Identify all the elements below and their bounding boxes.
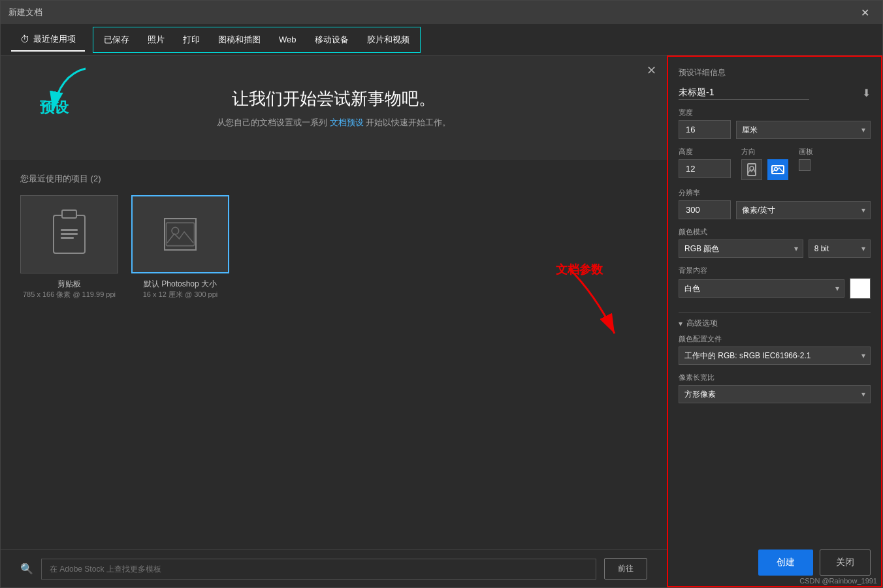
clipboard-lines-icon xyxy=(59,228,79,241)
color-mode-label: 颜色模式 xyxy=(679,227,871,237)
bottom-buttons: 创建 关闭 xyxy=(679,539,871,576)
nav-recent[interactable]: ⏱ 最近使用项 xyxy=(11,28,85,52)
color-profile-label: 颜色配置文件 xyxy=(679,334,871,344)
height-orientation-group: 高度 方向 xyxy=(679,147,871,180)
canvas-label: 画板 xyxy=(799,147,813,157)
section-divider xyxy=(679,312,871,313)
nav-mobile[interactable]: 移动设备 xyxy=(306,29,358,51)
resolution-unit-select[interactable]: 像素/英寸 像素/厘米 xyxy=(736,201,871,219)
width-row: 厘米 像素 毫米 英寸 xyxy=(679,120,871,139)
dialog-title: 新建文档 xyxy=(8,7,42,18)
search-button[interactable]: 前往 xyxy=(604,558,647,580)
nav-print[interactable]: 打印 xyxy=(174,29,209,51)
hero-subtitle: 从您自己的文档设置或一系列 文档预设 开始以快速开始工作。 xyxy=(217,117,451,129)
svg-rect-3 xyxy=(61,237,74,239)
pixel-aspect-label: 像素长宽比 xyxy=(679,373,871,382)
main-content: 预设 让我们开始尝试新事物吧。 从您自己的文档设置或一系列 文档预设 开始以快速… xyxy=(1,55,882,587)
recent-items-list: 剪贴板 785 x 166 像素 @ 119.99 ppi xyxy=(20,195,647,300)
nav-photos[interactable]: 照片 xyxy=(138,29,174,51)
color-mode-row: RGB 颜色 CMYK 颜色 灰度 位图 Lab 颜色 8 bit 16 bit… xyxy=(679,240,871,258)
hero-preset-link[interactable]: 文档预设 xyxy=(330,117,364,127)
background-wrapper: 白色 黑色 背景色 透明 xyxy=(679,279,844,298)
background-select[interactable]: 白色 黑色 背景色 透明 xyxy=(679,279,844,298)
landscape-button[interactable] xyxy=(767,159,788,180)
hero-title: 让我们开始尝试新事物吧。 xyxy=(217,87,451,110)
pixel-aspect-group: 像素长宽比 方形像素 xyxy=(679,373,871,403)
search-icon: 🔍 xyxy=(20,563,33,575)
height-subgroup: 高度 xyxy=(679,147,731,178)
canvas-subgroup: 画板 xyxy=(799,147,813,171)
search-bar: 🔍 前往 xyxy=(1,549,667,587)
color-mode-select[interactable]: RGB 颜色 CMYK 颜色 灰度 位图 Lab 颜色 xyxy=(679,240,803,258)
color-mode-wrapper: RGB 颜色 CMYK 颜色 灰度 位图 Lab 颜色 xyxy=(679,240,803,258)
title-bar: 新建文档 ✕ xyxy=(1,1,882,24)
height-input[interactable] xyxy=(679,159,731,178)
color-depth-wrapper: 8 bit 16 bit 32 bit xyxy=(809,240,871,258)
preset-label: 预设 xyxy=(40,98,69,117)
recent-item-clipboard[interactable]: 剪贴板 785 x 166 像素 @ 119.99 ppi xyxy=(20,195,118,300)
background-group: 背景内容 白色 黑色 背景色 透明 xyxy=(679,266,871,299)
background-swatch[interactable] xyxy=(850,278,871,299)
nav-illustration-label: 图稿和插图 xyxy=(218,34,261,46)
doc-name-input[interactable] xyxy=(679,86,809,100)
hero-close-button[interactable]: ✕ xyxy=(647,63,656,78)
svg-rect-1 xyxy=(61,229,78,231)
nav-mobile-label: 移动设备 xyxy=(315,34,349,46)
background-row: 白色 黑色 背景色 透明 xyxy=(679,278,871,299)
width-unit-wrapper: 厘米 像素 毫米 英寸 xyxy=(736,121,871,139)
nav-film[interactable]: 胶片和视频 xyxy=(358,29,419,51)
nav-bar: ⏱ 最近使用项 已保存 照片 打印 图稿和插图 Web 移动设备 胶片和视 xyxy=(1,24,882,55)
title-bar-close-button[interactable]: ✕ xyxy=(856,4,875,22)
clipboard-info: 785 x 166 像素 @ 119.99 ppi xyxy=(23,290,116,300)
hero-section: 预设 让我们开始尝试新事物吧。 从您自己的文档设置或一系列 文档预设 开始以快速… xyxy=(1,55,667,160)
image-thumb-icon xyxy=(164,218,197,251)
resolution-unit-wrapper: 像素/英寸 像素/厘米 xyxy=(736,201,871,219)
portrait-icon xyxy=(747,163,757,176)
right-panel: 预设详细信息 ⬇ 宽度 厘米 像素 毫米 英寸 xyxy=(667,55,882,587)
nav-print-label: 打印 xyxy=(183,34,200,46)
clipboard-icon xyxy=(53,215,86,254)
search-input[interactable] xyxy=(41,559,596,580)
clock-icon: ⏱ xyxy=(20,34,29,44)
resolution-row: 像素/英寸 像素/厘米 xyxy=(679,200,871,219)
clipboard-name: 剪贴板 xyxy=(57,279,81,290)
portrait-button[interactable] xyxy=(741,159,762,180)
canvas-checkbox[interactable] xyxy=(799,159,811,171)
resolution-group: 分辨率 像素/英寸 像素/厘米 xyxy=(679,188,871,219)
recent-section: 您最近使用的项目 (2) xyxy=(1,160,667,549)
doc-name-row: ⬇ xyxy=(679,86,871,100)
orientation-buttons xyxy=(741,159,788,180)
width-input[interactable] xyxy=(679,120,731,139)
svg-point-5 xyxy=(172,227,179,234)
cyan-arrow-icon xyxy=(20,62,99,127)
nav-saved[interactable]: 已保存 xyxy=(95,29,138,51)
chevron-down-icon: ▾ xyxy=(679,319,682,328)
create-button[interactable]: 创建 xyxy=(758,549,813,576)
mountain-svg-icon xyxy=(165,218,195,251)
color-depth-select[interactable]: 8 bit 16 bit 32 bit xyxy=(809,240,871,258)
width-unit-select[interactable]: 厘米 像素 毫米 英寸 xyxy=(736,121,871,139)
background-label: 背景内容 xyxy=(679,266,871,275)
landscape-icon xyxy=(771,164,784,175)
nav-illustration[interactable]: 图稿和插图 xyxy=(209,29,270,51)
height-orientation-row: 高度 方向 xyxy=(679,147,871,180)
nav-photos-label: 照片 xyxy=(148,34,165,46)
color-profile-group: 颜色配置文件 工作中的 RGB: sRGB IEC61966-2.1 xyxy=(679,334,871,365)
pixel-aspect-select[interactable]: 方形像素 xyxy=(679,385,871,403)
nav-film-label: 胶片和视频 xyxy=(367,34,409,46)
color-profile-select[interactable]: 工作中的 RGB: sRGB IEC61966-2.1 xyxy=(679,347,871,365)
nav-web[interactable]: Web xyxy=(270,29,306,51)
recent-item-default[interactable]: 默认 Photoshop 大小 16 x 12 厘米 @ 300 ppi xyxy=(131,195,229,300)
default-name: 默认 Photoshop 大小 xyxy=(144,279,217,290)
color-profile-wrapper: 工作中的 RGB: sRGB IEC61966-2.1 xyxy=(679,347,871,365)
save-preset-icon[interactable]: ⬇ xyxy=(862,87,871,99)
resolution-input[interactable] xyxy=(679,200,731,219)
default-thumb xyxy=(131,195,229,273)
svg-rect-2 xyxy=(61,233,78,235)
orientation-subgroup: 方向 xyxy=(741,147,788,180)
advanced-toggle[interactable]: ▾ 高级选项 xyxy=(679,318,871,329)
advanced-label: 高级选项 xyxy=(686,318,718,329)
close-button[interactable]: 关闭 xyxy=(820,549,871,576)
nav-web-label: Web xyxy=(279,35,297,44)
nav-saved-label: 已保存 xyxy=(104,34,129,46)
